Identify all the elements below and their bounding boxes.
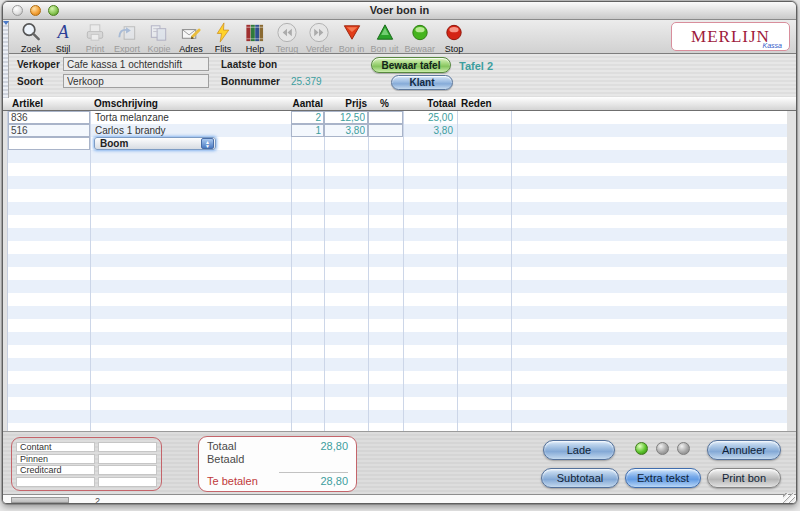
payment-amount-input[interactable] — [98, 454, 157, 464]
toolbar-button-terug[interactable]: Terug — [271, 21, 303, 54]
toolbar-label: Bewaar — [405, 44, 436, 54]
app-window: Voer bon in Zoek A Stijl Print Export — [2, 1, 797, 504]
toolbar-button-verder[interactable]: Verder — [303, 21, 336, 54]
red-sphere-icon — [441, 21, 467, 44]
printer-icon — [82, 21, 108, 44]
toolbar-label: Terug — [276, 44, 299, 54]
totals-box: Totaal 28,80 Betaald Te betalen 28,80 — [198, 436, 357, 492]
dropdown-stepper-icon: ▲▼ — [201, 138, 214, 149]
window-close-button[interactable] — [12, 5, 23, 16]
payment-amount-input[interactable] — [98, 442, 157, 452]
toolbar-button-bon-in[interactable]: Bon in — [336, 21, 368, 54]
toolbar-button-help[interactable]: Help — [239, 21, 271, 54]
drawer-handle[interactable] — [3, 21, 9, 98]
table-row: Torta melanzane 25,00 — [8, 111, 787, 124]
toolbar-button-adres[interactable]: Adres — [175, 21, 207, 54]
toolbar-button-stijl[interactable]: A Stijl — [47, 21, 79, 54]
prijs-cell-input[interactable] — [324, 124, 368, 137]
toolbar-label: Kopie — [148, 44, 171, 54]
klant-button[interactable]: Klant — [391, 75, 453, 90]
totaal-label: Totaal — [207, 440, 236, 453]
red-triangle-down-icon — [339, 21, 365, 44]
bonnummer-label: Bonnummer — [221, 76, 280, 87]
lade-button[interactable]: Lade — [543, 440, 615, 460]
bonnummer-value: 25.379 — [291, 76, 322, 87]
toolbar-button-flits[interactable]: Flits — [207, 21, 239, 54]
export-icon — [114, 21, 140, 44]
toolbar-label: Adres — [179, 44, 203, 54]
artikel-cell-input[interactable] — [8, 124, 90, 137]
toolbar-label: Verder — [306, 44, 333, 54]
payment-panel: Contant Pinnen Creditcard Totaal 28,80 B… — [3, 431, 796, 504]
toolbar-button-export[interactable]: Export — [111, 21, 143, 54]
green-triangle-up-icon — [372, 21, 398, 44]
verkoper-label: Verkoper — [17, 59, 60, 70]
totals-divider — [279, 472, 348, 473]
toolbar-label: Bon in — [339, 44, 365, 54]
lightning-icon — [210, 21, 236, 44]
bewaar-tafel-button[interactable]: Bewaar tafel — [371, 57, 451, 73]
drawer-toggle-icon[interactable] — [3, 21, 9, 25]
title-bar: Voer bon in — [3, 2, 796, 20]
toolbar-button-zoek[interactable]: Zoek — [15, 21, 47, 54]
header-totaal: Totaal — [402, 98, 456, 109]
pct-cell-input[interactable] — [368, 111, 403, 124]
toolbar-label: Print — [86, 44, 105, 54]
window-minimize-button[interactable] — [30, 5, 41, 16]
verkoper-input[interactable] — [63, 57, 209, 71]
toolbar-label: Bon uit — [371, 44, 399, 54]
window-zoom-button[interactable] — [48, 5, 59, 16]
window-controls — [12, 5, 59, 16]
svg-text:A: A — [56, 22, 69, 42]
category-dropdown[interactable]: Boom ▲▼ — [94, 137, 216, 150]
artikel-cell-input[interactable] — [8, 111, 90, 124]
payment-amount-input[interactable] — [98, 477, 157, 487]
led-green-icon — [635, 442, 648, 455]
print-bon-button[interactable]: Print bon — [707, 468, 781, 488]
toolbar-button-bon-uit[interactable]: Bon uit — [368, 21, 402, 54]
style-italic-a-icon: A — [50, 21, 76, 44]
prijs-cell-input[interactable] — [324, 111, 368, 124]
aantal-cell-input[interactable] — [291, 111, 324, 124]
toolbar-label: Help — [246, 44, 265, 54]
header-aantal: Aantal — [290, 98, 323, 109]
status-bar: 2 — [3, 494, 796, 504]
led-gray-icon — [656, 442, 669, 455]
totaal-cell: 25,00 — [403, 112, 457, 123]
copy-icon — [146, 21, 172, 44]
payment-amount-input[interactable] — [98, 465, 157, 475]
toolbar-label: Stop — [445, 44, 464, 54]
receipt-table-header: Artikel Omschrijving Aantal Prijs % Tota… — [3, 97, 796, 111]
payment-method-label: Pinnen — [16, 454, 95, 464]
scrollbar-thumb[interactable] — [11, 497, 69, 503]
toolbar-button-bewaar[interactable]: Bewaar — [402, 21, 439, 54]
toolbar-button-stop[interactable]: Stop — [438, 21, 470, 54]
aantal-cell-input[interactable] — [291, 124, 324, 137]
category-dropdown-value: Boom — [95, 138, 201, 149]
laatste-bon-label: Laatste bon — [221, 59, 277, 70]
payment-method-label: Creditcard — [16, 465, 95, 475]
window-title: Voer bon in — [3, 2, 796, 19]
back-circle-icon — [274, 21, 300, 44]
header-pct: % — [367, 98, 402, 109]
forward-circle-icon — [306, 21, 332, 44]
header-artikel: Artikel — [7, 98, 89, 109]
pct-cell-input[interactable] — [368, 124, 403, 137]
receipt-table-body: Torta melanzane 25,00 Carlos 1 brandy 3,… — [7, 111, 787, 431]
artikel-entry-input[interactable] — [8, 137, 90, 150]
window-resize-grip[interactable] — [783, 493, 795, 504]
soort-input[interactable] — [63, 74, 209, 88]
extra-tekst-button[interactable]: Extra tekst — [625, 468, 701, 488]
table-entry-row: Boom ▲▼ — [8, 137, 787, 150]
toolbar-button-print[interactable]: Print — [79, 21, 111, 54]
header-omschrijving: Omschrijving — [89, 98, 290, 109]
envelope-pencil-icon — [178, 21, 204, 44]
annuleer-button[interactable]: Annuleer — [707, 440, 781, 460]
header-reden: Reden — [456, 98, 510, 109]
totaal-cell: 3,80 — [403, 125, 457, 136]
receipt-header-form: Verkoper Soort Laatste bon Bonnummer 25.… — [3, 54, 796, 97]
table-row: Carlos 1 brandy 3,80 — [8, 124, 787, 137]
subtotaal-button[interactable]: Subtotaal — [541, 468, 619, 488]
toolbar-button-kopie[interactable]: Kopie — [143, 21, 175, 54]
totaal-value: 28,80 — [320, 440, 348, 453]
